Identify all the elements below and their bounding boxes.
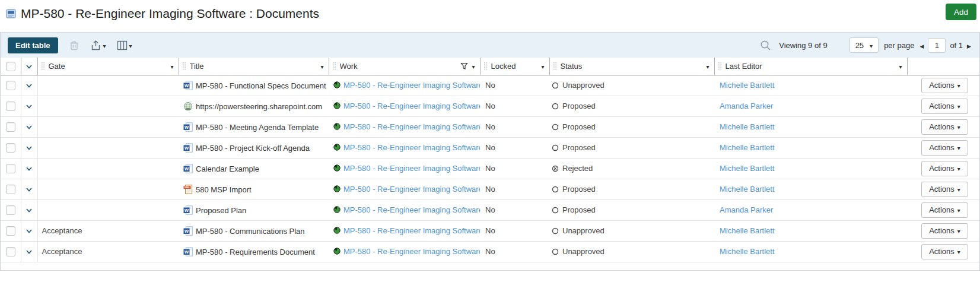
column-header-status[interactable]: Status [549,58,714,75]
actions-button[interactable]: Actions [921,223,968,239]
row-expand-chevron-icon[interactable] [25,248,33,256]
add-button[interactable]: Add [946,4,976,20]
caret-down-icon[interactable] [170,62,173,71]
last-editor-link[interactable]: Michelle Bartlett [720,143,774,152]
work-project-icon [333,164,341,172]
caret-down-icon[interactable] [706,62,709,71]
document-title: MP-580 - Requirements Document [196,248,315,256]
column-header-work[interactable]: Work [329,58,480,75]
caret-down-icon [103,40,106,50]
work-link[interactable]: MP-580 - Re-Engineer Imaging Software [343,205,480,214]
work-link[interactable]: MP-580 - Re-Engineer Imaging Software [343,102,480,110]
column-header-last-editor[interactable]: Last Editor [714,58,907,75]
word-doc-icon: W [183,226,193,236]
work-link[interactable]: MP-580 - Re-Engineer Imaging Software [343,122,480,131]
actions-button[interactable]: Actions [921,119,968,135]
edit-table-button[interactable]: Edit table [8,37,58,53]
drag-handle-icon[interactable] [483,62,488,71]
row-expand-chevron-icon[interactable] [25,227,33,235]
gate-value: Acceptance [42,226,82,235]
trash-icon[interactable] [69,40,79,51]
export-icon[interactable] [90,40,106,51]
documents-grid: Edit table Viewing 9 of 9 25 per page [0,32,980,271]
drag-handle-icon[interactable] [41,62,45,71]
actions-button[interactable]: Actions [921,78,968,93]
locked-value: No [485,102,495,110]
caret-down-icon[interactable] [472,62,475,71]
status-value: Unapproved [562,226,604,235]
actions-button[interactable]: Actions [921,244,968,259]
column-header-actions [907,58,979,75]
row-checkbox[interactable] [6,81,15,90]
link-globe-icon [183,102,193,111]
drag-handle-icon[interactable] [332,62,336,71]
caret-down-icon [957,81,960,90]
row-checkbox[interactable] [6,102,15,111]
search-icon[interactable] [760,40,771,51]
row-expand-chevron-icon[interactable] [25,102,33,110]
row-expand-chevron-icon[interactable] [25,144,33,152]
drag-handle-icon[interactable] [553,62,557,71]
actions-button[interactable]: Actions [921,161,968,176]
last-editor-link[interactable]: Michelle Bartlett [720,226,774,235]
caret-down-icon[interactable] [541,62,544,71]
prev-page-icon[interactable] [919,41,924,50]
work-project-icon [333,227,341,234]
column-header-gate[interactable]: Gate [37,58,179,75]
of-pages-label: of 1 [950,41,963,50]
work-link[interactable]: MP-580 - Re-Engineer Imaging Software [343,226,480,235]
column-header-title[interactable]: Title [179,58,329,75]
work-link[interactable]: MP-580 - Re-Engineer Imaging Software [343,164,480,173]
work-link[interactable]: MP-580 - Re-Engineer Imaging Software [343,185,480,194]
drag-handle-icon[interactable] [182,62,186,71]
next-page-icon[interactable] [967,41,971,50]
filter-funnel-icon[interactable] [460,62,468,70]
last-editor-link[interactable]: Amanda Parker [720,205,773,214]
table-row: https://powersteering.sharepoint.com MP-… [1,96,979,116]
table-row: WCalendar Example MP-580 - Re-Engineer I… [1,158,979,179]
page-size-select[interactable]: 25 [849,37,879,53]
work-link[interactable]: MP-580 - Re-Engineer Imaging Software [343,81,480,90]
actions-button[interactable]: Actions [921,202,968,218]
last-editor-link[interactable]: Michelle Bartlett [720,122,774,131]
select-all-checkbox[interactable] [6,62,15,71]
last-editor-link[interactable]: Michelle Bartlett [720,164,774,173]
chevron-down-icon[interactable] [25,62,33,71]
work-link[interactable]: MP-580 - Re-Engineer Imaging Software [343,247,480,256]
status-value: Proposed [562,102,596,110]
caret-down-icon[interactable] [320,62,323,71]
status-value: Rejected [562,164,593,173]
row-checkbox[interactable] [6,247,15,256]
drag-handle-icon[interactable] [718,62,722,71]
columns-icon[interactable] [117,40,132,50]
svg-text:W: W [184,125,189,130]
row-checkbox[interactable] [6,185,15,194]
actions-button[interactable]: Actions [921,99,968,114]
column-header-locked[interactable]: Locked [480,58,549,75]
svg-text:W: W [184,229,189,234]
row-expand-chevron-icon[interactable] [25,185,33,194]
last-editor-link[interactable]: Michelle Bartlett [720,81,774,90]
row-expand-chevron-icon[interactable] [25,164,33,173]
row-checkbox[interactable] [6,205,15,215]
last-editor-link[interactable]: Amanda Parker [720,102,773,110]
table-row: WProposed Plan MP-580 - Re-Engineer Imag… [1,199,979,220]
caret-down-icon[interactable] [899,62,902,71]
status-proposed-icon [552,123,559,131]
last-editor-link[interactable]: Michelle Bartlett [720,247,774,256]
work-project-icon [333,102,341,109]
work-link[interactable]: MP-580 - Re-Engineer Imaging Software [343,143,480,152]
row-expand-chevron-icon[interactable] [25,206,33,214]
last-editor-link[interactable]: Michelle Bartlett [720,185,774,194]
row-checkbox[interactable] [6,226,15,236]
row-expand-chevron-icon[interactable] [25,123,33,131]
row-checkbox[interactable] [6,143,15,153]
page-number-input[interactable] [928,38,946,53]
row-expand-chevron-icon[interactable] [25,81,33,90]
locked-value: No [485,226,495,235]
status-proposed-icon [552,186,559,193]
row-checkbox[interactable] [6,164,15,173]
actions-button[interactable]: Actions [921,182,968,197]
row-checkbox[interactable] [6,122,15,132]
actions-button[interactable]: Actions [921,140,968,156]
